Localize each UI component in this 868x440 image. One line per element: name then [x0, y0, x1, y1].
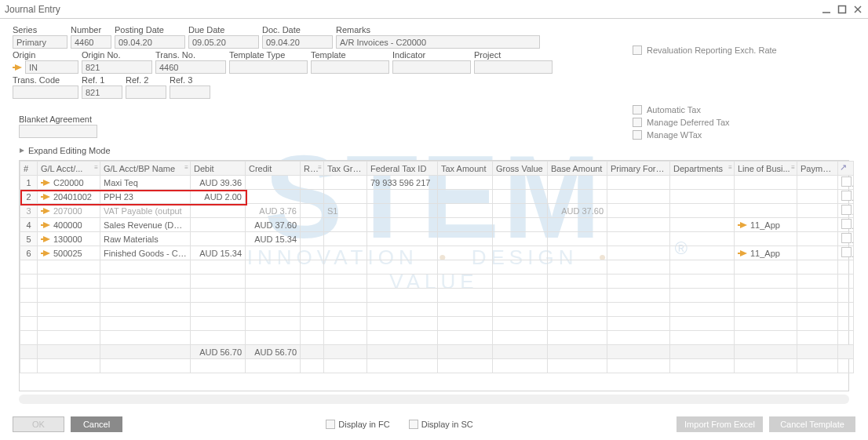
- row-checkbox-cell[interactable]: [838, 218, 854, 232]
- ref1-field[interactable]: 821: [82, 85, 122, 99]
- autotax-checkbox[interactable]: [633, 105, 642, 115]
- import-excel-button[interactable]: Import From Excel: [677, 416, 763, 432]
- journal-grid[interactable]: # G/L Acct/...≡ G/L Acct/BP Name≡ Debit …: [19, 160, 849, 391]
- ok-button[interactable]: OK: [13, 416, 64, 432]
- expand-editing-toggle[interactable]: Expand Editing Mode: [19, 146, 855, 155]
- debit-cell[interactable]: [191, 218, 246, 232]
- name-cell[interactable]: Raw Materials: [100, 232, 191, 246]
- form-cell[interactable]: [607, 204, 670, 218]
- trans-code-field[interactable]: [13, 85, 78, 99]
- col-credit[interactable]: Credit: [246, 162, 301, 176]
- form-cell[interactable]: [607, 232, 670, 246]
- deferred-checkbox[interactable]: [633, 118, 642, 127]
- row-checkbox[interactable]: [841, 233, 852, 243]
- col-rownum[interactable]: #: [20, 162, 38, 176]
- fedtax-cell[interactable]: [367, 204, 438, 218]
- credit-cell[interactable]: AUD 37.60: [246, 218, 301, 232]
- blanket-field[interactable]: [19, 125, 97, 138]
- col-debit[interactable]: Debit: [191, 162, 246, 176]
- dept-cell[interactable]: [670, 176, 735, 190]
- link-arrow-icon[interactable]: [41, 235, 52, 243]
- number-field[interactable]: 4460: [71, 35, 111, 49]
- form-cell[interactable]: [607, 246, 670, 260]
- horizontal-scrollbar[interactable]: [19, 395, 849, 404]
- link-arrow-icon[interactable]: [738, 249, 749, 257]
- credit-cell[interactable]: [246, 246, 301, 260]
- taxamt-cell[interactable]: [438, 176, 493, 190]
- taxgroup-cell[interactable]: [324, 232, 367, 246]
- taxgroup-cell[interactable]: S1: [324, 204, 367, 218]
- row-number[interactable]: 4: [20, 218, 38, 232]
- col-taxg[interactable]: Tax Group: [324, 162, 367, 176]
- link-arrow-icon[interactable]: [41, 207, 52, 215]
- template-field[interactable]: [311, 60, 389, 74]
- cancel-button[interactable]: Cancel: [71, 416, 122, 432]
- table-row[interactable]: 3207000VAT Payable (outputAUD 3.76S1AUD …: [20, 204, 854, 218]
- gross-cell[interactable]: [493, 190, 548, 204]
- link-arrow-icon[interactable]: [41, 221, 52, 229]
- pay-cell[interactable]: [797, 190, 838, 204]
- name-cell[interactable]: Sales Revenue (Domes: [100, 218, 191, 232]
- gross-cell[interactable]: [493, 204, 548, 218]
- col-pay[interactable]: Payment...: [797, 162, 838, 176]
- form-cell[interactable]: [607, 218, 670, 232]
- reval-checkbox[interactable]: [633, 45, 642, 55]
- col-base[interactable]: Base Amount: [548, 162, 607, 176]
- taxgroup-cell[interactable]: [324, 190, 367, 204]
- taxamt-cell[interactable]: [438, 204, 493, 218]
- table-row[interactable]: 5130000Raw MaterialsAUD 15.34: [20, 232, 854, 246]
- col-form[interactable]: Primary Form...: [607, 162, 670, 176]
- col-taxa[interactable]: Tax Amount: [438, 162, 493, 176]
- taxgroup-cell[interactable]: [324, 218, 367, 232]
- col-gross[interactable]: Gross Value: [493, 162, 548, 176]
- remarks-field[interactable]: A/R Invoices - C20000: [336, 35, 540, 49]
- acct-cell[interactable]: 207000: [38, 204, 100, 218]
- ref2-field[interactable]: [126, 85, 166, 99]
- taxamt-cell[interactable]: [438, 218, 493, 232]
- display-sc-checkbox[interactable]: [409, 420, 418, 429]
- row-checkbox[interactable]: [841, 191, 852, 201]
- fedtax-cell[interactable]: [367, 190, 438, 204]
- table-row[interactable]: 220401002PPH 23AUD 2.00: [20, 190, 854, 204]
- form-cell[interactable]: [607, 190, 670, 204]
- dept-cell[interactable]: [670, 190, 735, 204]
- debit-cell[interactable]: AUD 39.36: [191, 176, 246, 190]
- link-arrow-icon[interactable]: [41, 249, 52, 257]
- name-cell[interactable]: Maxi Teq: [100, 176, 191, 190]
- link-arrow-icon[interactable]: [738, 221, 749, 229]
- display-fc-checkbox[interactable]: [326, 420, 335, 429]
- re-cell[interactable]: [301, 218, 324, 232]
- fedtax-cell[interactable]: 79 933 596 217: [367, 176, 438, 190]
- row-checkbox-cell[interactable]: [838, 204, 854, 218]
- row-number[interactable]: 5: [20, 232, 38, 246]
- indicator-field[interactable]: [392, 60, 471, 74]
- col-name[interactable]: G/L Acct/BP Name≡: [100, 162, 191, 176]
- fedtax-cell[interactable]: [367, 232, 438, 246]
- wtax-checkbox[interactable]: [633, 130, 642, 140]
- debit-cell[interactable]: AUD 2.00: [191, 190, 246, 204]
- row-checkbox-cell[interactable]: [838, 232, 854, 246]
- link-arrow-icon[interactable]: [41, 179, 52, 187]
- trans-no-field[interactable]: 4460: [155, 60, 226, 74]
- acct-cell[interactable]: 500025: [38, 246, 100, 260]
- table-row[interactable]: 6500025Finished Goods - CostAUD 15.3411_…: [20, 246, 854, 260]
- lob-cell[interactable]: [735, 232, 797, 246]
- lob-cell[interactable]: 11_App: [735, 218, 797, 232]
- dept-cell[interactable]: [670, 204, 735, 218]
- base-cell[interactable]: [548, 190, 607, 204]
- pay-cell[interactable]: [797, 204, 838, 218]
- grid-expand-icon[interactable]: ↗: [840, 162, 847, 173]
- acct-cell[interactable]: 400000: [38, 218, 100, 232]
- fedtax-cell[interactable]: [367, 218, 438, 232]
- base-cell[interactable]: [548, 232, 607, 246]
- debit-cell[interactable]: AUD 15.34: [191, 246, 246, 260]
- minimize-button[interactable]: [821, 4, 832, 15]
- origin-link-icon[interactable]: [13, 64, 24, 71]
- taxamt-cell[interactable]: [438, 246, 493, 260]
- taxamt-cell[interactable]: [438, 190, 493, 204]
- row-number[interactable]: 2: [20, 190, 38, 204]
- taxgroup-cell[interactable]: [324, 246, 367, 260]
- gross-cell[interactable]: [493, 218, 548, 232]
- posting-date-field[interactable]: 09.04.20: [115, 35, 185, 49]
- pay-cell[interactable]: [797, 232, 838, 246]
